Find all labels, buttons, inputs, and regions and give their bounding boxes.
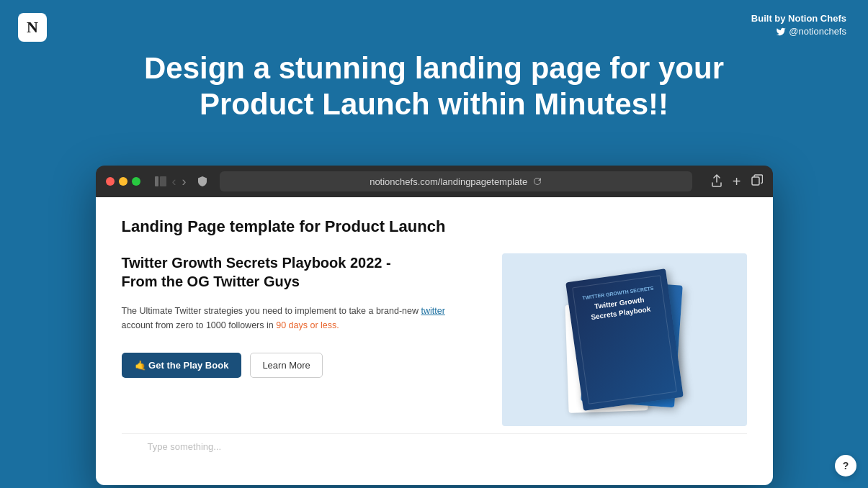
back-button[interactable]: ‹ — [172, 174, 176, 189]
share-icon[interactable] — [711, 174, 722, 187]
content-left: Twitter Growth Secrets Playbook 2022 -Fr… — [122, 253, 480, 378]
new-tab-icon[interactable]: + — [733, 174, 741, 189]
reload-icon[interactable] — [533, 177, 542, 186]
sidebar-icon — [155, 176, 166, 186]
security-icon — [198, 176, 207, 186]
main-headline: Design a stunning landing page for your … — [0, 0, 868, 145]
product-description: The Ultimate Twitter strategies you need… — [122, 304, 466, 333]
minimize-button[interactable] — [119, 177, 127, 186]
traffic-lights — [106, 177, 140, 186]
browser-action-icons: + — [711, 174, 763, 189]
book-main: TWITTER GROWTH SECRETS Twitter Growth Se… — [565, 268, 684, 411]
page-title: Landing Page template for Product Launch — [122, 217, 747, 236]
twitter-icon — [776, 27, 786, 37]
browser-chrome: ‹ › notionchefs.com/landingpagetemplate … — [96, 166, 773, 197]
browser-content: Landing Page template for Product Launch… — [96, 197, 773, 485]
svg-rect-2 — [752, 177, 759, 185]
type-bar: Type something... — [122, 433, 747, 459]
get-playbook-button[interactable]: 🤙 Get the Play Book — [122, 353, 242, 378]
twitter-handle[interactable]: @notionchefs — [751, 26, 846, 37]
address-bar[interactable]: notionchefs.com/landingpagetemplate — [220, 171, 692, 191]
close-button[interactable] — [106, 177, 115, 186]
highlight-text: 90 days or less. — [276, 320, 339, 330]
book-illustration: TWITTER GROWTH SECRETS Twitter Growth Se… — [545, 268, 704, 412]
twitter-link[interactable]: twitter — [421, 306, 444, 316]
notion-logo: N — [18, 13, 47, 42]
browser-nav: ‹ › — [155, 174, 187, 189]
help-button[interactable]: ? — [835, 455, 856, 476]
svg-rect-1 — [160, 176, 166, 186]
type-placeholder[interactable]: Type something... — [148, 441, 721, 452]
built-by-text: Built by Notion Chefs — [751, 13, 846, 24]
book-image: TWITTER GROWTH SECRETS Twitter Growth Se… — [502, 253, 747, 426]
duplicate-icon[interactable] — [751, 174, 763, 186]
learn-more-button[interactable]: Learn More — [250, 353, 322, 378]
svg-rect-0 — [155, 176, 158, 186]
cta-buttons: 🤙 Get the Play Book Learn More — [122, 353, 466, 378]
header: Built by Notion Chefs @notionchefs — [751, 13, 846, 37]
browser-window: ‹ › notionchefs.com/landingpagetemplate … — [96, 166, 773, 485]
book-title: TWITTER GROWTH SECRETS Twitter Growth Se… — [576, 284, 662, 325]
forward-button[interactable]: › — [182, 174, 187, 189]
product-title: Twitter Growth Secrets Playbook 2022 -Fr… — [122, 253, 466, 291]
maximize-button[interactable] — [132, 177, 140, 186]
content-layout: Twitter Growth Secrets Playbook 2022 -Fr… — [122, 253, 747, 426]
